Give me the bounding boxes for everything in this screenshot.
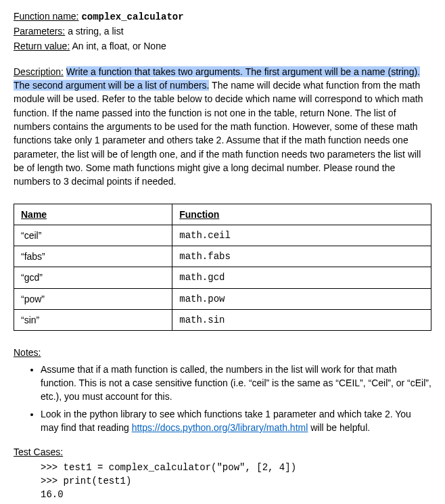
function-name-line: Function name: complex_calculator <box>14 9 431 24</box>
table-header-row: Name Function <box>14 204 431 225</box>
parameters-label: Parameters: <box>14 26 65 37</box>
function-table: Name Function “ceil” math.ceil “fabs” ma… <box>14 204 431 331</box>
function-name-value: complex_calculator <box>81 12 183 22</box>
table-row: “pow” math.pow <box>14 288 431 309</box>
table-row: “sin” math.sin <box>14 310 431 331</box>
return-label: Return value: <box>14 41 70 51</box>
table-cell-func: math.ceil <box>172 225 431 246</box>
docs-link[interactable]: https://docs.python.org/3/library/math.h… <box>132 422 308 433</box>
table-cell-name: “ceil” <box>14 225 172 246</box>
table-row: “ceil” math.ceil <box>14 225 431 246</box>
table-cell-name: “pow” <box>14 288 172 309</box>
notes-list: Assume that if a math function is called… <box>14 363 431 434</box>
return-value: An int, a float, or None <box>72 41 166 51</box>
table-cell-name: “gcd” <box>14 267 172 288</box>
table-cell-func: math.gcd <box>172 267 431 288</box>
table-cell-name: “fabs” <box>14 246 172 267</box>
return-line: Return value: An int, a float, or None <box>14 39 431 53</box>
parameters-value: a string, a list <box>68 26 123 37</box>
list-item: Look in the python library to see which … <box>41 407 431 435</box>
description-block: Description: Write a function that takes… <box>14 65 431 189</box>
note2-post: will be helpful. <box>308 422 370 433</box>
function-name-label: Function name: <box>14 11 79 22</box>
table-cell-name: “sin” <box>14 310 172 331</box>
description-rest: The name will decide what function from … <box>14 80 423 187</box>
table-row: “fabs” math.fabs <box>14 246 431 267</box>
table-header-name: Name <box>14 204 172 225</box>
table-cell-func: math.fabs <box>172 246 431 267</box>
description-highlight-2[interactable]: second argument will be a list of number… <box>32 80 209 91</box>
notes-label: Notes: <box>14 346 431 359</box>
table-header-function: Function <box>172 204 431 225</box>
parameters-line: Parameters: a string, a list <box>14 24 431 38</box>
description-label: Description: <box>14 66 64 77</box>
list-item: Assume that if a math function is called… <box>41 363 431 404</box>
table-cell-func: math.sin <box>172 310 431 331</box>
table-cell-func: math.pow <box>172 288 431 309</box>
table-row: “gcd” math.gcd <box>14 267 431 288</box>
test-block-1: >>> test1 = complex_calculator("pow", [2… <box>41 461 431 501</box>
test-cases-label: Test Cases: <box>14 445 431 459</box>
